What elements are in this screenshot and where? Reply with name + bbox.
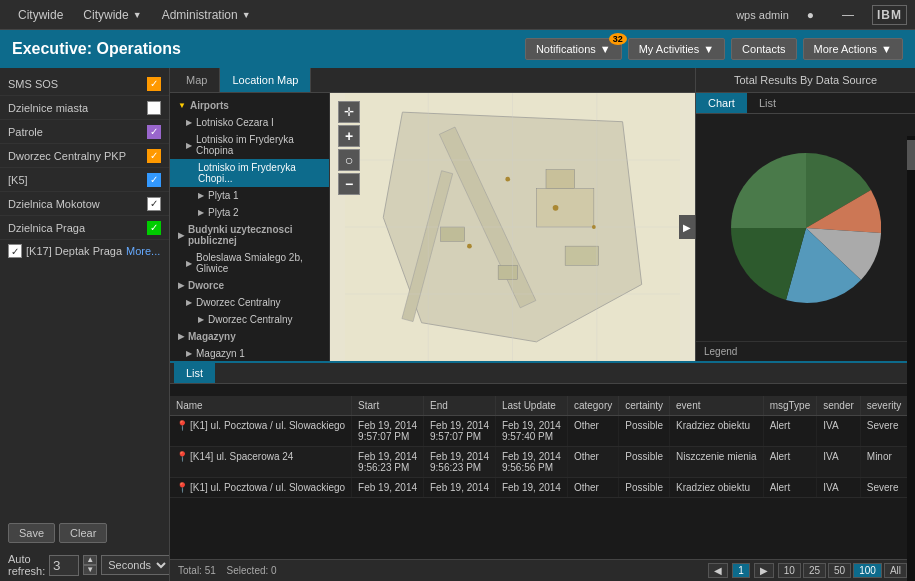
tree-arrow-icon: ▶ bbox=[186, 259, 192, 268]
map-pan-button[interactable]: ✛ bbox=[338, 101, 360, 123]
bottom-panel: List Name Start End Last Update category bbox=[170, 361, 915, 581]
tab-location-map[interactable]: Location Map bbox=[220, 68, 311, 92]
svg-point-15 bbox=[553, 205, 559, 211]
refresh-up-button[interactable]: ▲ bbox=[83, 555, 97, 565]
patrole-checkbox[interactable] bbox=[147, 125, 161, 139]
my-activities-button[interactable]: My Activities ▼ bbox=[628, 38, 725, 60]
top-nav-right: wps admin ● — IBM bbox=[736, 5, 907, 25]
next-page-button[interactable]: ▶ bbox=[754, 563, 774, 578]
map-view[interactable]: ✛ + ○ − ▶ bbox=[330, 93, 695, 361]
citywide-dropdown-item[interactable]: Citywide ▼ bbox=[73, 8, 151, 22]
tree-item-lotnisko-selected[interactable]: Lotnisko im Fryderyka Chopi... bbox=[170, 159, 329, 187]
tree-item-dworzec2[interactable]: ▶ Dworzec Centralny bbox=[170, 311, 329, 328]
col-event: event bbox=[670, 396, 764, 416]
chevron-down-icon: ▼ bbox=[242, 10, 251, 20]
cell-sender: IVA bbox=[817, 415, 861, 446]
save-button[interactable]: Save bbox=[8, 523, 55, 543]
tree-item-dworce[interactable]: ▶ Dworce bbox=[170, 277, 329, 294]
map-svg bbox=[330, 93, 695, 361]
citywide-label: Citywide bbox=[18, 8, 63, 22]
data-table-wrapper[interactable]: Name Start End Last Update category cert… bbox=[170, 396, 915, 559]
seconds-select[interactable]: Seconds Minutes bbox=[101, 555, 170, 575]
table-row[interactable]: 📍[K1] ul. Pocztowa / ul. Slowackiego Feb… bbox=[170, 477, 915, 497]
page-1-button[interactable]: 1 bbox=[732, 563, 750, 578]
right-scrollbar[interactable] bbox=[907, 136, 915, 361]
bottom-tab-bar: List bbox=[170, 363, 915, 384]
tree-arrow-icon: ▶ bbox=[186, 118, 192, 127]
map-tab-bar: Map Location Map bbox=[170, 68, 695, 93]
dworzec-label: Dworzec Centralny PKP bbox=[8, 150, 141, 162]
tree-item-plyta2[interactable]: ▶ Plyta 2 bbox=[170, 204, 329, 221]
more-actions-button[interactable]: More Actions ▼ bbox=[803, 38, 903, 60]
tree-item-boleslawa[interactable]: ▶ Boleslawa Smialego 2b, Gliwice bbox=[170, 249, 329, 277]
zoom-reset-button[interactable]: ○ bbox=[338, 149, 360, 171]
zoom-in-button[interactable]: + bbox=[338, 125, 360, 147]
cell-severity: Severe bbox=[860, 415, 907, 446]
tree-item-lotnisko-cezara[interactable]: ▶ Lotnisko Cezara I bbox=[170, 114, 329, 131]
tab-chart[interactable]: Chart bbox=[696, 93, 747, 113]
tab-map[interactable]: Map bbox=[174, 68, 220, 92]
notifications-button[interactable]: Notifications 32 ▼ bbox=[525, 38, 622, 60]
col-end: End bbox=[424, 396, 496, 416]
cell-name: 📍[K1] ul. Pocztowa / ul. Slowackiego bbox=[170, 415, 352, 446]
settings-button[interactable]: — bbox=[832, 8, 864, 22]
per-page-10[interactable]: 10 bbox=[778, 563, 801, 578]
auto-refresh-input[interactable] bbox=[49, 555, 79, 576]
tree-item-airports[interactable]: ▼ Airports bbox=[170, 97, 329, 114]
per-page-100[interactable]: 100 bbox=[853, 563, 882, 578]
pie-chart bbox=[721, 143, 891, 313]
tree-item-plyta1[interactable]: ▶ Plyta 1 bbox=[170, 187, 329, 204]
layer-buttons: Save Clear bbox=[0, 517, 169, 549]
cell-start: Feb 19, 20149:56:23 PM bbox=[352, 446, 424, 477]
prev-page-button[interactable]: ◀ bbox=[708, 563, 728, 578]
table-row[interactable]: 📍[K1] ul. Pocztowa / ul. Slowackiego Feb… bbox=[170, 415, 915, 446]
tree-item-lotnisko-chopina[interactable]: ▶ Lotnisko im Fryderyka Chopina bbox=[170, 131, 329, 159]
sms-sos-checkbox[interactable] bbox=[147, 77, 161, 91]
svg-rect-4 bbox=[536, 189, 593, 227]
clear-button[interactable]: Clear bbox=[59, 523, 107, 543]
auto-refresh-label: Auto refresh: bbox=[8, 553, 45, 577]
k17-checkbox[interactable] bbox=[8, 244, 22, 258]
mokotow-checkbox[interactable] bbox=[147, 197, 161, 211]
citywide-dropdown-label: Citywide bbox=[83, 8, 128, 22]
header-bar: Executive: Operations Notifications 32 ▼… bbox=[0, 30, 915, 68]
praga-checkbox[interactable] bbox=[147, 221, 161, 235]
cell-end: Feb 19, 2014 bbox=[424, 477, 496, 497]
tab-list[interactable]: List bbox=[747, 93, 788, 113]
cell-msgtype: Alert bbox=[763, 415, 817, 446]
per-page-25[interactable]: 25 bbox=[803, 563, 826, 578]
table-row[interactable]: 📍[K14] ul. Spacerowa 24 Feb 19, 20149:56… bbox=[170, 446, 915, 477]
auto-refresh-section: Auto refresh: ▲ ▼ Seconds Minutes bbox=[0, 549, 169, 581]
zoom-out-button[interactable]: − bbox=[338, 173, 360, 195]
cell-severity: Severe bbox=[860, 477, 907, 497]
cell-last-update: Feb 19, 20149:56:56 PM bbox=[495, 446, 567, 477]
chevron-down-icon: ▼ bbox=[703, 43, 714, 55]
tree-item-magazyny[interactable]: ▶ Magazyny bbox=[170, 328, 329, 345]
help-icon: ● bbox=[807, 8, 814, 22]
dzielnice-miasta-checkbox[interactable] bbox=[147, 101, 161, 115]
per-page-all[interactable]: All bbox=[884, 563, 907, 578]
dzielnice-miasta-label: Dzielnice miasta bbox=[8, 102, 141, 114]
k5-checkbox[interactable] bbox=[147, 173, 161, 187]
table-pagination: ◀ 1 ▶ 10 25 50 100 All bbox=[708, 563, 907, 578]
cell-event: Niszczenie mienia bbox=[670, 446, 764, 477]
expand-right-button[interactable]: ▶ bbox=[679, 215, 695, 239]
cell-certainty: Possible bbox=[619, 415, 670, 446]
tree-item-magazyn1[interactable]: ▶ Magazyn 1 bbox=[170, 345, 329, 361]
administration-dropdown-item[interactable]: Administration ▼ bbox=[152, 8, 261, 22]
help-button[interactable]: ● bbox=[797, 8, 824, 22]
col-name: Name bbox=[170, 396, 352, 416]
citywide-nav-item[interactable]: Citywide bbox=[8, 8, 73, 22]
dworzec-checkbox[interactable] bbox=[147, 149, 161, 163]
refresh-down-button[interactable]: ▼ bbox=[83, 565, 97, 575]
tree-item-dworzec1[interactable]: ▶ Dworzec Centralny bbox=[170, 294, 329, 311]
tree-item-budynki[interactable]: ▶ Budynki uzytecznosci publicznej bbox=[170, 221, 329, 249]
tab-list-bottom[interactable]: List bbox=[174, 363, 215, 383]
settings-icon: — bbox=[842, 8, 854, 22]
right-panel-title: Total Results By Data Source bbox=[696, 68, 915, 93]
svg-rect-6 bbox=[498, 265, 517, 279]
more-link[interactable]: More... bbox=[126, 245, 160, 257]
per-page-50[interactable]: 50 bbox=[828, 563, 851, 578]
contacts-button[interactable]: Contacts bbox=[731, 38, 796, 60]
cell-name: 📍[K1] ul. Pocztowa / ul. Slowackiego bbox=[170, 477, 352, 497]
